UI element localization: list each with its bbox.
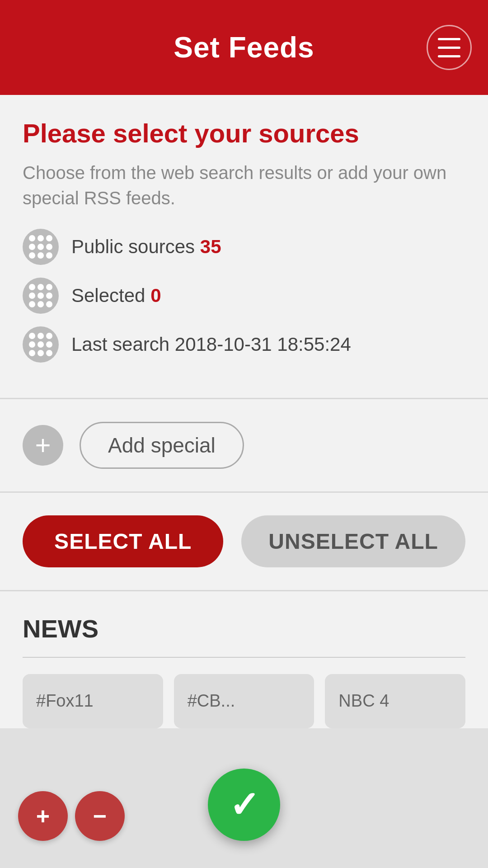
dot	[29, 252, 35, 259]
news-item-label: #Fox11	[36, 691, 94, 711]
dot	[38, 301, 44, 307]
dot	[38, 252, 44, 259]
zoom-controls: + −	[18, 791, 125, 841]
selected-row: Selected 0	[23, 278, 465, 314]
info-card: Please select your sources Choose from t…	[0, 95, 488, 399]
fab-container: ✓	[208, 769, 280, 841]
public-sources-count: 35	[200, 236, 221, 257]
select-card: SELECT ALL UNSELECT ALL	[0, 493, 488, 591]
select-all-button[interactable]: SELECT ALL	[23, 515, 223, 567]
dot	[46, 301, 52, 307]
dot	[38, 333, 44, 339]
news-item-label: #CB...	[188, 691, 235, 711]
add-plus-button[interactable]: +	[23, 425, 63, 466]
public-sources-text: Public sources	[71, 236, 200, 257]
last-search-row: Last search 2018-10-31 18:55:24	[23, 326, 465, 363]
last-search-text: Last search 2018-10-31 18:55:24	[71, 334, 351, 355]
dot-grid	[29, 235, 52, 259]
dot	[46, 235, 52, 241]
checkmark-icon: ✓	[229, 784, 259, 826]
news-item-nbc4[interactable]: NBC 4	[325, 674, 465, 728]
menu-button[interactable]	[427, 25, 472, 70]
dot-grid	[29, 333, 52, 356]
dot	[46, 292, 52, 299]
news-item-cbs[interactable]: #CB...	[174, 674, 314, 728]
header-title: Set Feeds	[174, 31, 314, 64]
zoom-out-button[interactable]: −	[75, 791, 125, 841]
dot	[46, 341, 52, 348]
dot	[38, 341, 44, 348]
public-sources-icon	[23, 229, 59, 265]
dot	[29, 341, 35, 348]
dot	[46, 284, 52, 290]
dot	[38, 292, 44, 299]
news-item-fox11[interactable]: #Fox11	[23, 674, 163, 728]
public-sources-label: Public sources 35	[71, 236, 221, 258]
news-item-label: NBC 4	[338, 691, 389, 711]
selected-label: Selected 0	[71, 285, 161, 307]
zoom-in-icon: +	[36, 802, 50, 830]
dot	[38, 235, 44, 241]
plus-icon: +	[35, 432, 51, 459]
dot	[46, 350, 52, 356]
unselect-all-button[interactable]: UNSELECT ALL	[241, 515, 465, 567]
dot	[46, 244, 52, 250]
dot	[29, 350, 35, 356]
public-sources-row: Public sources 35	[23, 229, 465, 265]
dot	[29, 244, 35, 250]
zoom-in-button[interactable]: +	[18, 791, 68, 841]
add-special-button[interactable]: Add special	[80, 422, 244, 469]
dot	[29, 333, 35, 339]
dot	[29, 284, 35, 290]
menu-bar-1	[438, 38, 460, 40]
dot	[46, 252, 52, 259]
news-items-row: #Fox11 #CB... NBC 4	[23, 674, 465, 728]
news-title: NEWS	[23, 614, 465, 643]
dot	[38, 284, 44, 290]
dot-grid	[29, 284, 52, 307]
add-special-card: + Add special	[0, 399, 488, 493]
dot	[38, 244, 44, 250]
news-section: NEWS #Fox11 #CB... NBC 4	[0, 591, 488, 728]
app-header: Set Feeds	[0, 0, 488, 95]
dot	[29, 301, 35, 307]
dot	[29, 235, 35, 241]
dot	[38, 350, 44, 356]
card-title: Please select your sources	[23, 118, 465, 149]
dot	[29, 292, 35, 299]
menu-bar-3	[438, 55, 460, 57]
zoom-out-icon: −	[93, 802, 107, 830]
last-search-icon	[23, 326, 59, 363]
news-divider	[23, 657, 465, 658]
menu-bar-2	[438, 47, 460, 49]
confirm-fab-button[interactable]: ✓	[208, 769, 280, 841]
selected-text: Selected	[71, 285, 150, 306]
selected-count: 0	[150, 285, 161, 306]
dot	[46, 333, 52, 339]
card-subtitle: Choose from the web search results or ad…	[23, 160, 465, 211]
selected-icon	[23, 278, 59, 314]
